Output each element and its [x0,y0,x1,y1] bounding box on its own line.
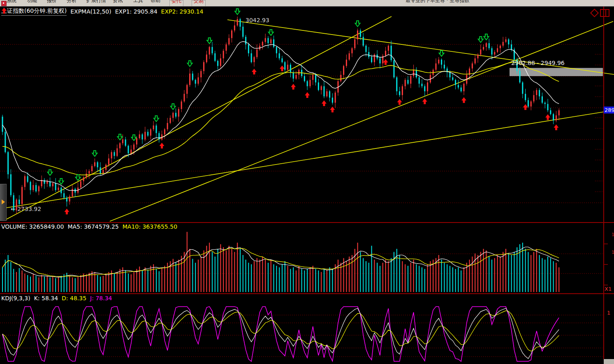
sell-signal-arrow [154,116,159,122]
volume-bar [293,267,294,292]
trend-line[interactable] [4,110,614,208]
volume-bar [533,252,534,292]
candle [394,60,395,78]
candle [424,86,425,91]
volume-bar [22,271,23,292]
candle [21,187,23,204]
main-volume-separator[interactable] [0,222,614,223]
kdj-k-line [2,308,559,358]
candle [254,57,255,62]
volume-bar [148,270,148,292]
candle [167,123,168,129]
left-scroll-handle[interactable] [0,184,7,221]
volume-bar [142,271,143,292]
candle [217,61,218,66]
volume-bar [212,252,213,292]
volume-bar [357,243,358,292]
volume-bar [215,257,215,292]
volume-axis-tick-fragment: 1 [612,250,614,255]
volume-bar [201,257,202,292]
volume-bar [410,263,411,292]
volume-bar [198,260,199,292]
volume-bar [131,274,132,292]
volume-bar [192,259,193,292]
candle [298,70,299,75]
candle [371,57,372,62]
candle [226,44,227,51]
candle [195,80,196,83]
candle [7,152,9,174]
candle [164,129,165,134]
volume-bar [58,277,59,292]
expma12-line [2,42,559,191]
candle [396,77,397,91]
trend-line[interactable] [110,21,613,221]
candle [533,95,535,101]
volume-kdj-separator[interactable] [0,293,614,294]
volume-bar [246,260,246,292]
volume-bar [290,269,291,292]
volume-bar [388,261,389,292]
candle [340,75,341,81]
volume-bar [542,258,542,292]
exp1-value: EXP1: 2905.84 [115,8,158,15]
candle [321,86,322,90]
candle [209,47,210,54]
volume-axis-tick-fragment: 1 [612,232,614,237]
volume-bar [536,249,537,292]
candle [214,53,215,61]
volume-bar [315,269,316,292]
volume-bar [30,277,31,292]
split-window-icon[interactable] [600,9,609,17]
corner-grip[interactable] [604,359,614,364]
main-chart-header: 上证指数(60分钟.前复权) EXPMA(12,50) EXP1: 2905.8… [1,7,203,16]
volume-ma5-line [2,247,559,277]
volume-bar [413,260,414,292]
volume-bar [371,246,372,292]
volume-bar [321,272,322,292]
candle [531,102,532,107]
candle [58,188,59,190]
indicator-name[interactable]: EXPMA(12,50) [70,8,111,15]
volume-bar [223,247,224,292]
buy-signal-arrow [160,143,165,148]
kdj-name[interactable]: KDJ(9,3,3) [1,295,30,301]
volume-bar [145,267,146,292]
candle [234,26,235,30]
candle [536,90,537,95]
volume-bar [352,255,352,292]
candle [312,75,313,80]
volume-ma5-value: MA5: 3674579.25 [67,223,118,230]
buy-signal-arrow [64,209,69,214]
zone-box[interactable] [510,68,603,76]
volume-ma10-line [2,248,559,277]
volume-bar [461,271,461,292]
volume-bar [304,271,305,292]
volume-bar [209,243,210,292]
candle [80,181,81,188]
volume-bar [33,274,34,292]
candle [472,63,473,68]
volume-bar [100,277,101,292]
candle [153,125,154,129]
sell-signal-arrow [235,9,240,14]
candle [116,148,118,156]
volume-bar [190,249,190,292]
trend-line[interactable] [4,16,392,220]
volume-bar [360,252,361,292]
volume-bar [556,263,556,292]
buy-signal-arrow [422,98,427,104]
volume-bar [489,257,489,292]
candle [46,181,48,184]
volume-bar [38,277,39,292]
candle [203,62,204,71]
volume-bar [486,250,487,292]
candle [200,71,202,77]
volume-bar [519,244,520,292]
candle [186,85,188,94]
candle [88,171,90,174]
kdj-d-value: D: 48.35 [62,295,86,301]
candle [480,49,481,54]
sell-signal-arrow [269,30,273,35]
symbol-title[interactable]: 上证指数(60分钟.前复权) [1,7,67,16]
